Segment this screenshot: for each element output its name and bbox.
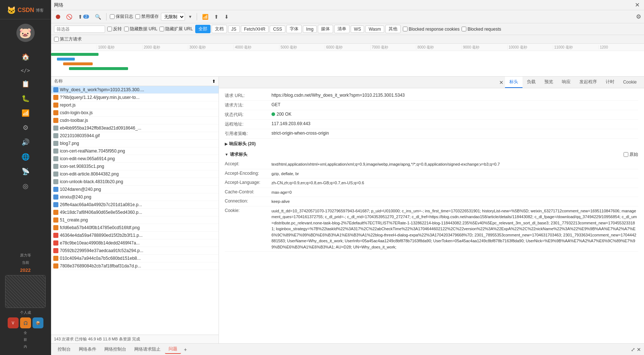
clear-button[interactable]: 🚫 — [64, 13, 74, 21]
third-party-checkbox[interactable]: 第三方请求 — [54, 36, 641, 42]
disable-cache-checkbox[interactable]: 禁用缓存 — [135, 13, 159, 20]
tab-preview[interactable]: 预览 — [540, 77, 558, 88]
tab-response[interactable]: 响应 — [558, 77, 575, 88]
sidebar-item-clipboard[interactable]: 📋 — [0, 77, 51, 91]
bottom-tab-network-conditions[interactable]: 网络条件 — [75, 345, 100, 354]
request-item[interactable]: icon-edit-article.80844382.png — [51, 170, 219, 178]
orange-icon[interactable]: 🎧 — [20, 317, 31, 328]
filter-js-button[interactable]: JS — [228, 26, 240, 33]
close-panel-button[interactable]: ✕ — [637, 347, 641, 352]
red-icon[interactable]: V — [8, 317, 19, 328]
request-item[interactable]: e78c9be10eac49908b14dedd2469f47a... — [51, 239, 219, 247]
sidebar-item-code[interactable]: </> — [0, 65, 51, 76]
blocked-requests-checkbox[interactable]: Blocked requests — [462, 27, 501, 32]
blocked-response-cookies-checkbox[interactable]: Blocked response cookies — [403, 27, 459, 32]
upload-button[interactable]: ⬆ — [212, 13, 220, 21]
request-item[interactable]: eb4bb955ba1942ffb83ead21d0918646_... — [51, 124, 219, 132]
preserve-log-checkbox[interactable]: 保留日志 — [110, 13, 133, 20]
invert-checkbox[interactable]: 反转 — [107, 26, 122, 32]
sidebar-item-settings[interactable]: ⚙ — [0, 121, 51, 135]
sidebar-item-home[interactable]: 🏠 — [0, 50, 51, 64]
detail-content[interactable]: 请求 URL: https://blog.csdn.net/Why_does_i… — [219, 88, 644, 343]
search-button[interactable]: 🔍 — [93, 13, 103, 21]
sort-button[interactable]: ⬆ — [212, 79, 216, 84]
third-party-input[interactable] — [54, 37, 59, 42]
hide-data-url-input[interactable] — [124, 27, 129, 31]
request-item[interactable]: 51_create.png — [51, 216, 219, 224]
blocked-requests-input[interactable] — [462, 27, 466, 31]
request-item[interactable]: 70592b2299594e37aedcaa91fc52a294.p... — [51, 247, 219, 255]
filter-fetch-button[interactable]: Fetch/XHR — [241, 26, 269, 33]
request-item[interactable]: 46364e4da59a4788890ed15f2b2b3f11.p... — [51, 232, 219, 239]
tab-initiator[interactable]: 发起程序 — [575, 77, 601, 88]
gear-button[interactable]: ⚙ — [636, 13, 641, 20]
request-item[interactable]: icon-set.908335c1.png — [51, 163, 219, 170]
original-checkbox[interactable]: 原始 — [624, 151, 638, 158]
invert-input[interactable] — [107, 27, 112, 31]
tab-cookie[interactable]: Cookie — [619, 77, 641, 88]
request-item[interactable]: xinxiu@240.png — [51, 193, 219, 201]
sidebar-item-circle[interactable]: ◎ — [0, 179, 51, 193]
request-item[interactable]: icon-unlook-black.48310b20.png — [51, 178, 219, 186]
tab-headers[interactable]: 标头 — [505, 77, 522, 88]
request-item[interactable]: 26ffe4aac66a40a4992b7c201d1a081e.p... — [51, 201, 219, 209]
bottom-tab-console[interactable]: 控制台 — [54, 345, 74, 354]
blue-icon[interactable]: 📦 — [32, 317, 43, 328]
request-item[interactable]: 1024daren@240.png — [51, 186, 219, 193]
request-item[interactable]: Why_does_it_work?spm=1010.2135.300.... — [51, 86, 219, 94]
request-item[interactable]: 20210108035944.gif — [51, 132, 219, 140]
bottom-tab-issues[interactable]: 问题 — [165, 345, 181, 354]
sidebar-item-globe[interactable]: 🌐 — [0, 150, 51, 164]
request-item[interactable]: ??lib/jquery/1.12.4/jquery.min.js,user-t… — [51, 94, 219, 101]
request-item[interactable]: 7808e37689084b2cb7af18fbaf31da7d.p... — [51, 262, 219, 270]
sidebar-item-signal[interactable]: 📡 — [0, 165, 51, 178]
preserve-log-input[interactable] — [110, 14, 115, 19]
filter-input[interactable] — [54, 26, 105, 33]
hide-extension-url-checkbox[interactable]: 隐藏扩展 URL — [159, 26, 193, 32]
blocked-response-cookies-input[interactable] — [403, 27, 408, 31]
detail-close-button[interactable]: ✕ — [498, 78, 505, 87]
devtools-close-button[interactable]: ✕ — [633, 1, 641, 8]
request-item[interactable]: 49c18dc7af8f406a90d65e8e55ed4360.p... — [51, 209, 219, 216]
tab-payload[interactable]: 负载 — [522, 77, 540, 88]
request-item[interactable]: csdn-login-box.js — [51, 109, 219, 117]
bottom-tab-network-request-block[interactable]: 网络请求阻止 — [131, 345, 164, 354]
sidebar-item-wifi[interactable]: 📶 — [0, 106, 51, 120]
filter-img-button[interactable]: Img — [303, 26, 317, 33]
user-avatar[interactable]: 🐷 — [16, 24, 35, 42]
record-button[interactable] — [54, 13, 62, 20]
offline-button[interactable]: 📶 — [200, 13, 210, 21]
filter-manifest-button[interactable]: 清单 — [334, 25, 350, 33]
disable-cache-input[interactable] — [135, 14, 140, 19]
request-item[interactable]: icon-edit-new.065a6914.png — [51, 155, 219, 163]
sidebar-item-bug[interactable]: 🐛 — [0, 92, 51, 105]
hide-data-url-checkbox[interactable]: 隐藏数据 URL — [124, 26, 157, 32]
download-button[interactable]: ⬇ — [223, 13, 231, 21]
filter-all-button[interactable]: 全部 — [195, 25, 211, 33]
filter-ws-button[interactable]: WS — [351, 26, 364, 33]
filter-css-button[interactable]: CSS — [270, 26, 285, 33]
fetch-button[interactable]: ⬆ 2 — [76, 13, 91, 21]
filter-font-button[interactable]: 字体 — [286, 25, 302, 33]
filter-wasm-button[interactable]: Wasm — [365, 26, 384, 33]
request-item[interactable]: fcfd6eba57b440f0b14785e0cd516fdf.png — [51, 224, 219, 232]
filter-doc-button[interactable]: 文档 — [212, 25, 227, 33]
filter-media-button[interactable]: 媒体 — [318, 25, 333, 33]
request-headers-section[interactable]: ▼ 请求标头 原始 — [225, 149, 638, 160]
response-headers-section[interactable]: ▶ 响应标头 (20) — [225, 139, 638, 149]
bottom-add-tab-button[interactable]: + — [182, 346, 189, 354]
sidebar-item-sound[interactable]: 🔊 — [0, 135, 51, 149]
throttle-dropdown-button[interactable]: ▾ — [187, 13, 193, 20]
throttle-select[interactable]: 无限制 — [161, 13, 185, 21]
request-item[interactable]: icon-cert-realName.7045f950.png — [51, 147, 219, 155]
request-item[interactable]: 010c4094a7a944c0a7b5c680bd151eb8... — [51, 255, 219, 262]
undock-button[interactable]: ⤢ — [631, 347, 635, 352]
tab-timing[interactable]: 计时 — [601, 77, 619, 88]
bottom-tab-network-console[interactable]: 网络控制台 — [101, 345, 130, 354]
request-list-scroll[interactable]: Why_does_it_work?spm=1010.2135.300....??… — [51, 86, 219, 335]
request-item[interactable]: blog7.png — [51, 140, 219, 147]
request-item[interactable]: report.js — [51, 101, 219, 109]
filter-other-button[interactable]: 其他 — [385, 25, 401, 33]
hide-extension-url-input[interactable] — [159, 27, 164, 31]
request-item[interactable]: csdn-toolbar.js — [51, 117, 219, 124]
